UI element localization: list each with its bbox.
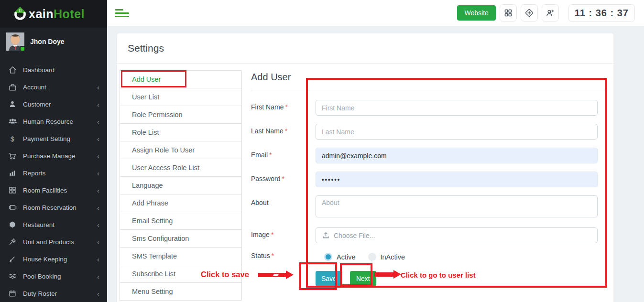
sidebar-item-label: Room Reservation <box>23 204 76 211</box>
users-icon <box>7 118 18 125</box>
last-name-input[interactable] <box>316 124 598 140</box>
cart-icon <box>7 152 18 160</box>
password-label: Password* <box>251 172 316 187</box>
settings-item-user-list[interactable]: User List <box>120 88 241 106</box>
add-user-form: Add User First Name* Last Name* Email* <box>251 67 608 294</box>
chevron-left-icon: ‹ <box>97 170 99 177</box>
save-button[interactable]: Save <box>316 271 342 286</box>
waves-icon <box>7 272 18 280</box>
chevron-left-icon: ‹ <box>97 256 99 263</box>
compass-diamond-icon <box>524 8 534 18</box>
image-row: Image* Choose File... <box>251 227 608 243</box>
status-label: Status* <box>251 251 316 261</box>
user-icon <box>7 100 18 108</box>
online-status-dot <box>20 46 25 52</box>
upload-icon <box>322 232 329 239</box>
settings-item-sms-template[interactable]: SMS Template <box>120 248 241 265</box>
main-content: Settings Add User User List Role Permiss… <box>107 26 644 302</box>
sidebar-item-payment-setting[interactable]: $ Payment Setting ‹ <box>0 130 107 147</box>
settings-item-menu-setting[interactable]: Menu Setting <box>120 283 241 301</box>
user-profile[interactable]: Jhon Doye <box>0 28 107 55</box>
settings-item-sms-configuration[interactable]: Sms Configuration <box>120 230 241 248</box>
about-row: About <box>251 195 608 219</box>
radio-unselected-icon <box>368 253 376 261</box>
sidebar-item-account[interactable]: Account ‹ <box>0 78 107 96</box>
sidebar-item-unit-and-products[interactable]: Unit and Products ‹ <box>0 233 107 250</box>
password-input[interactable] <box>316 172 598 187</box>
about-textarea[interactable] <box>316 195 598 217</box>
sidebar-item-customer[interactable]: Customer ‹ <box>0 96 107 113</box>
sidebar-item-restaurent[interactable]: Restaurent ‹ <box>0 216 107 233</box>
required-asterisk: * <box>272 252 274 259</box>
buttons-row: Save Next <box>251 270 608 286</box>
settings-item-role-list[interactable]: Role List <box>120 124 241 141</box>
sidebar-item-label: Restaurent <box>23 221 55 228</box>
card-header: Settings <box>117 33 613 64</box>
settings-item-role-permission[interactable]: Role Permission <box>120 106 241 124</box>
email-input[interactable] <box>316 148 598 163</box>
status-radio-active[interactable]: Active <box>324 253 356 261</box>
page-title: Settings <box>128 43 164 54</box>
chevron-left-icon: ‹ <box>97 84 99 91</box>
settings-item-add-phrase[interactable]: Add Phrase <box>120 194 241 212</box>
sidebar-item-label: Account <box>23 84 46 91</box>
compass-diamond-button[interactable] <box>521 4 538 22</box>
required-asterisk: * <box>271 231 273 238</box>
first-name-row: First Name* <box>251 100 608 116</box>
chevron-left-icon: ‹ <box>97 101 99 108</box>
sidebar-item-room-facilities[interactable]: Room Facilities ‹ <box>0 182 107 199</box>
add-user-button[interactable] <box>542 4 559 22</box>
sidebar-item-room-reservation[interactable]: Room Reservation ‹ <box>0 199 107 216</box>
sidebar-item-house-keeping[interactable]: House Keeping ‹ <box>0 250 107 268</box>
sidebar-item-duty-roster[interactable]: Duty Roster ‹ <box>0 285 107 302</box>
settings-item-subscribe-list[interactable]: Subscribe List <box>120 265 241 283</box>
user-name: Jhon Doye <box>30 38 65 45</box>
about-label: About <box>251 195 316 219</box>
sidebar-item-label: Duty Roster <box>23 290 57 297</box>
chevron-left-icon: ‹ <box>97 273 99 280</box>
chevron-left-icon: ‹ <box>97 290 99 297</box>
pin-icon <box>7 238 18 246</box>
next-button[interactable]: Next <box>350 271 376 286</box>
settings-item-assign-role-to-user[interactable]: Assign Role To User <box>120 141 241 159</box>
sidebar-item-reports[interactable]: Reports ‹ <box>0 164 107 182</box>
chevron-left-icon: ‹ <box>97 221 99 228</box>
sidebar: xainHotel Jhon Doye <box>0 0 107 302</box>
user-plus-icon <box>546 9 555 17</box>
image-file-input[interactable]: Choose File... <box>316 227 598 243</box>
sidebar-item-label: Unit and Products <box>23 238 74 246</box>
first-name-input[interactable] <box>316 100 598 116</box>
required-asterisk: * <box>269 151 272 159</box>
settings-item-user-access-role-list[interactable]: User Access Role List <box>120 159 241 177</box>
website-button[interactable]: Website <box>457 5 495 21</box>
svg-text:$: $ <box>11 135 14 142</box>
sidebar-item-pool-booking[interactable]: Pool Booking ‹ <box>0 268 107 285</box>
pen-icon <box>7 255 18 263</box>
brand-logo[interactable]: xainHotel <box>0 0 107 28</box>
chevron-left-icon: ‹ <box>97 135 99 142</box>
chevron-left-icon: ‹ <box>97 118 99 125</box>
grid-icon <box>7 186 18 194</box>
layout-icon <box>7 204 18 211</box>
form-title: Add User <box>251 72 608 83</box>
settings-item-add-user[interactable]: Add User <box>120 71 241 88</box>
sidebar-item-label: Dashboard <box>23 66 55 74</box>
clock: 11 : 36 : 37 <box>568 4 635 22</box>
sidebar-item-label: Reports <box>23 170 45 177</box>
sidebar-item-purchase-manage[interactable]: Purchase Manage ‹ <box>0 147 107 164</box>
sidebar-item-label: House Keeping <box>23 256 67 263</box>
dollar-icon: $ <box>7 135 18 143</box>
hexagon-icon <box>7 221 18 228</box>
sidebar-item-dashboard[interactable]: Dashboard <box>0 61 107 78</box>
sidebar-toggle-hamburger-icon[interactable] <box>115 8 129 18</box>
status-row: Status* Active InActive <box>251 251 608 261</box>
sidebar-item-human-resource[interactable]: Human Resource ‹ <box>0 113 107 130</box>
sidebar-item-label: Customer <box>23 101 51 108</box>
status-radio-inactive[interactable]: InActive <box>368 253 405 261</box>
topbar: Website 11 : 36 : 37 <box>107 0 644 26</box>
settings-item-email-setting[interactable]: Email Setting <box>120 212 241 230</box>
apps-grid-button[interactable] <box>500 4 517 22</box>
file-placeholder: Choose File... <box>334 232 375 239</box>
calendar-icon <box>7 290 18 297</box>
settings-item-language[interactable]: Language <box>120 177 241 194</box>
